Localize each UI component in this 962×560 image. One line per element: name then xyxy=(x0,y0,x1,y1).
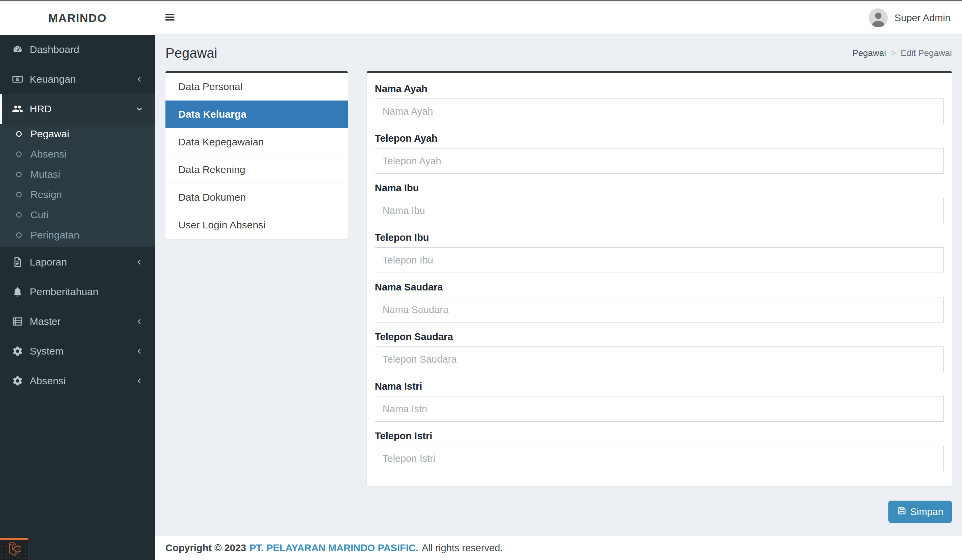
tab-label: Data Dokumen xyxy=(178,191,246,203)
gear-icon xyxy=(11,375,24,387)
field-label: Telepon Ayah xyxy=(375,133,944,144)
tab-data-rekening[interactable]: Data Rekening xyxy=(165,156,348,183)
sidebar-item-keuangan[interactable]: Keuangan xyxy=(0,64,155,94)
list-icon xyxy=(11,315,24,328)
field-label: Nama Ayah xyxy=(375,83,944,95)
tab-label: Data Personal xyxy=(178,81,242,92)
sidebar-subitem-cuti[interactable]: Cuti xyxy=(0,205,155,225)
field-label: Telepon Istri xyxy=(375,430,944,442)
laravel-debugbar-toggle[interactable] xyxy=(0,538,28,560)
bell-icon xyxy=(11,286,24,298)
form-group-telepon-ibu: Telepon Ibu xyxy=(375,232,944,273)
sidebar-item-hrd[interactable]: HRD xyxy=(0,94,155,124)
tab-user-login-absensi[interactable]: User Login Absensi xyxy=(165,211,348,239)
sidebar-item-absensi[interactable]: Absensi xyxy=(0,366,155,396)
nama-ayah-input[interactable] xyxy=(375,98,944,124)
cards-row: Data Personal Data Keluarga Data Kepegaw… xyxy=(165,71,952,486)
users-icon xyxy=(11,103,24,115)
nama-saudara-input[interactable] xyxy=(375,297,944,322)
top-navbar: Super Admin xyxy=(155,2,962,35)
tab-data-personal[interactable]: Data Personal xyxy=(165,73,348,101)
sidebar-menu: Dashboard Keuangan HRD xyxy=(0,35,155,396)
brand-logo-text: MARINDO xyxy=(48,11,107,25)
telepon-ayah-input[interactable] xyxy=(375,148,944,174)
sidebar-item-label: Dashboard xyxy=(30,44,144,55)
sidebar-item-laporan[interactable]: Laporan xyxy=(0,247,155,277)
simpan-button[interactable]: Simpan xyxy=(888,500,952,523)
tab-label: Data Keluarga xyxy=(178,109,247,120)
sidebar-item-pemberitahuan[interactable]: Pemberitahuan xyxy=(0,277,155,307)
field-label: Nama Istri xyxy=(375,381,944,392)
circle-icon xyxy=(15,171,23,179)
circle-icon xyxy=(15,231,23,239)
tachometer-icon xyxy=(11,43,24,56)
tab-label: User Login Absensi xyxy=(178,219,266,231)
form-group-telepon-saudara: Telepon Saudara xyxy=(375,331,944,372)
telepon-istri-input[interactable] xyxy=(375,446,944,471)
sidebar-item-dashboard[interactable]: Dashboard xyxy=(0,35,155,64)
tab-data-keluarga[interactable]: Data Keluarga xyxy=(165,101,348,128)
chevron-left-icon xyxy=(135,258,144,267)
chevron-left-icon xyxy=(135,347,144,356)
file-text-icon xyxy=(11,256,24,268)
field-label: Telepon Saudara xyxy=(375,331,944,343)
breadcrumb-current: Edit Pegawai xyxy=(901,48,952,58)
sidebar-item-label: Pemberitahuan xyxy=(30,286,144,298)
field-label: Telepon Ibu xyxy=(375,232,944,243)
sidebar-item-master[interactable]: Master xyxy=(0,307,155,336)
page-title: Pegawai xyxy=(165,45,217,61)
save-icon xyxy=(897,506,907,518)
simpan-button-label: Simpan xyxy=(910,506,943,518)
sidebar-toggle-button[interactable] xyxy=(155,2,184,35)
avatar xyxy=(869,8,888,27)
nama-istri-input[interactable] xyxy=(375,396,944,422)
family-data-form-card: Nama Ayah Telepon Ayah Nama Ibu Telepon … xyxy=(367,71,952,486)
sidebar-subitem-mutasi[interactable]: Mutasi xyxy=(0,164,155,185)
user-name: Super Admin xyxy=(894,13,951,24)
money-bill-icon xyxy=(11,73,24,85)
form-group-nama-istri: Nama Istri xyxy=(375,381,944,422)
content: Pegawai Pegawai > Edit Pegawai Data Pers… xyxy=(155,35,962,536)
footer: Copyright © 2023 PT. PELAYARAN MARINDO P… xyxy=(155,536,962,560)
sidebar-subitem-resign[interactable]: Resign xyxy=(0,185,155,205)
form-group-telepon-ayah: Telepon Ayah xyxy=(375,133,944,174)
circle-icon xyxy=(15,150,23,158)
sidebar-subitem-peringatan[interactable]: Peringatan xyxy=(0,225,155,245)
breadcrumb-separator: > xyxy=(891,48,896,58)
sidebar-item-label: HRD xyxy=(30,103,135,115)
sidebar-hrd-submenu: Pegawai Absensi Mutasi Resign xyxy=(0,124,155,247)
sidebar-subitem-absensi[interactable]: Absensi xyxy=(0,144,155,164)
footer-copyright: Copyright © 2023 xyxy=(165,542,246,554)
employee-tabs-card: Data Personal Data Keluarga Data Kepegaw… xyxy=(165,71,348,239)
tab-data-kepegawaian[interactable]: Data Kepegawaian xyxy=(165,128,348,156)
tab-data-dokumen[interactable]: Data Dokumen xyxy=(165,183,348,211)
gear-icon xyxy=(11,345,24,357)
telepon-ibu-input[interactable] xyxy=(375,247,944,273)
chevron-left-icon xyxy=(135,377,144,385)
breadcrumb: Pegawai > Edit Pegawai xyxy=(852,48,952,58)
company-link[interactable]: PT. PELAYARAN MARINDO PASIFIC. xyxy=(250,542,418,554)
user-menu[interactable]: Super Admin xyxy=(857,2,962,35)
sidebar-subitem-pegawai[interactable]: Pegawai xyxy=(0,124,155,144)
tab-label: Data Kepegawaian xyxy=(178,136,264,148)
sidebar-subitem-label: Peringatan xyxy=(31,229,79,241)
sidebar-treeview-hrd: HRD Pegawai Absensi xyxy=(0,94,155,247)
telepon-saudara-input[interactable] xyxy=(375,346,944,372)
field-label: Nama Ibu xyxy=(375,182,944,194)
sidebar-item-system[interactable]: System xyxy=(0,336,155,366)
breadcrumb-parent-link[interactable]: Pegawai xyxy=(852,48,886,58)
sidebar-item-label: System xyxy=(30,346,135,357)
sidebar-item-label: Keuangan xyxy=(30,74,135,85)
sidebar-subitem-label: Mutasi xyxy=(31,169,60,180)
nama-ibu-input[interactable] xyxy=(375,198,944,223)
circle-icon xyxy=(15,130,23,138)
sidebar-item-label: Absensi xyxy=(30,375,135,386)
form-group-nama-ibu: Nama Ibu xyxy=(375,182,944,223)
page-header: Pegawai Pegawai > Edit Pegawai xyxy=(165,45,952,61)
form-group-nama-ayah: Nama Ayah xyxy=(375,83,944,124)
field-label: Nama Saudara xyxy=(375,282,944,293)
sidebar-subitem-label: Pegawai xyxy=(31,128,69,140)
brand-logo[interactable]: MARINDO xyxy=(0,2,155,35)
main-area: Super Admin Pegawai Pegawai > Edit Pegaw… xyxy=(155,2,962,560)
sidebar-subitem-label: Absensi xyxy=(31,148,66,160)
